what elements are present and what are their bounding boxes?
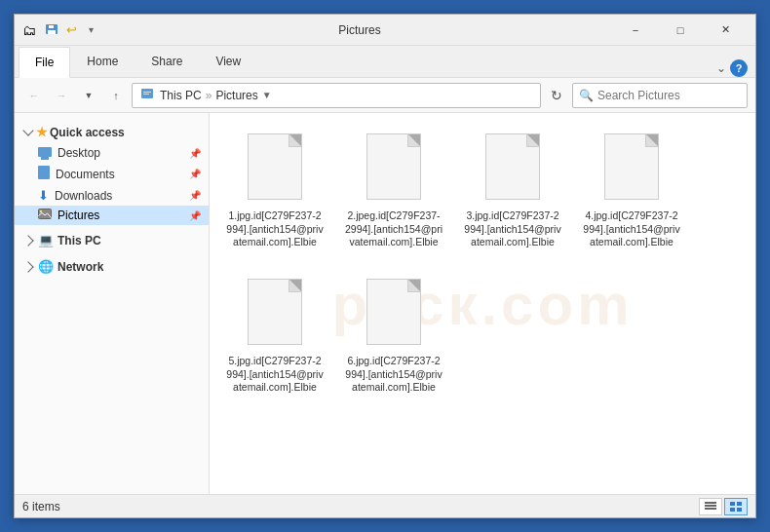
tab-file[interactable]: File xyxy=(19,47,70,78)
maximize-button[interactable]: □ xyxy=(658,15,703,46)
title-bar-icons: 🗂 ↩ ▾ xyxy=(22,22,98,38)
help-icon[interactable]: ? xyxy=(730,59,748,77)
forward-button[interactable]: → xyxy=(50,84,73,107)
up-button[interactable]: ↑ xyxy=(104,84,128,107)
file-corner xyxy=(408,280,420,291)
file-item[interactable]: 4.jpg.id[C279F237-2994].[antich154@priva… xyxy=(578,125,685,258)
this-pc-icon: 💻 xyxy=(38,233,54,247)
back-button[interactable]: ← xyxy=(22,84,46,107)
content-area: риск.com 1.jpg.id[C279F237-2994].[antich… xyxy=(210,113,755,494)
sidebar-item-label-documents: Documents xyxy=(56,168,115,181)
this-pc-label: This PC xyxy=(58,234,101,247)
ribbon-tabs: File Home Share View ⌄ ? xyxy=(15,46,755,77)
svg-rect-2 xyxy=(49,25,54,28)
search-icon: 🔍 xyxy=(579,89,594,102)
sidebar-item-label-pictures: Pictures xyxy=(58,209,99,222)
svg-rect-9 xyxy=(705,505,716,507)
sidebar: ★ Quick access Desktop 📌 Documents 📌 ⬇ D… xyxy=(15,113,210,494)
svg-rect-12 xyxy=(737,502,742,506)
sidebar-item-downloads[interactable]: ⬇ Downloads 📌 xyxy=(15,185,209,206)
pin-icon-downloads: 📌 xyxy=(189,190,201,201)
file-corner xyxy=(289,134,301,146)
tab-home[interactable]: Home xyxy=(70,46,135,77)
sidebar-header-thispc[interactable]: 💻 This PC xyxy=(15,229,209,251)
path-dropdown-icon[interactable]: ▼ xyxy=(260,90,274,100)
file-corner xyxy=(408,134,420,146)
refresh-button[interactable]: ↻ xyxy=(545,84,568,107)
sidebar-item-documents[interactable]: Documents 📌 xyxy=(15,163,209,185)
file-page xyxy=(366,279,421,345)
svg-rect-4 xyxy=(143,92,151,93)
pin-icon: 📌 xyxy=(189,148,201,159)
file-name: 5.jpg.id[C279F237-2994].[antich154@priva… xyxy=(226,355,324,395)
file-icon xyxy=(363,133,425,206)
star-icon: ★ xyxy=(36,125,48,139)
file-corner xyxy=(646,134,658,146)
properties-icon[interactable]: ▾ xyxy=(83,24,98,36)
title-bar: 🗂 ↩ ▾ Pictures − □ ✕ xyxy=(15,15,755,46)
file-item[interactable]: 6.jpg.id[C279F237-2994].[antich154@priva… xyxy=(340,270,447,403)
chevron-right-icon xyxy=(22,235,33,246)
search-box[interactable]: 🔍 xyxy=(572,83,748,108)
window-title: Pictures xyxy=(106,23,613,37)
network-label: Network xyxy=(58,260,103,274)
file-name: 1.jpg.id[C279F237-2994].[antich154@priva… xyxy=(226,209,324,249)
tab-view[interactable]: View xyxy=(199,46,257,77)
file-name: 4.jpg.id[C279F237-2994].[antich154@priva… xyxy=(583,209,680,249)
view-buttons xyxy=(699,498,748,515)
recent-button[interactable]: ▼ xyxy=(77,84,100,107)
svg-rect-10 xyxy=(705,508,716,510)
search-input[interactable] xyxy=(597,89,741,102)
close-button[interactable]: ✕ xyxy=(703,15,748,46)
pictures-icon xyxy=(38,209,52,222)
address-bar: ← → ▼ ↑ This PC » Pictures ▼ ↻ 🔍 xyxy=(15,78,755,113)
sidebar-item-label-downloads: Downloads xyxy=(55,189,112,203)
grid-view-button[interactable] xyxy=(724,498,748,515)
undo-icon[interactable]: ↩ xyxy=(63,24,79,36)
address-icon xyxy=(140,87,154,103)
pin-icon-pictures: 📌 xyxy=(189,210,201,221)
file-item[interactable]: 2.jpeg.id[C279F237-2994].[antich154@priv… xyxy=(340,125,447,258)
file-icon xyxy=(244,279,306,351)
network-icon: 🌐 xyxy=(38,259,54,274)
path-this-pc[interactable]: This PC xyxy=(160,89,202,102)
ribbon-collapse-icon[interactable]: ⌄ xyxy=(716,61,726,75)
list-view-button[interactable] xyxy=(699,498,722,515)
file-icon xyxy=(600,133,663,206)
sidebar-item-pictures[interactable]: Pictures 📌 xyxy=(15,206,209,225)
svg-point-7 xyxy=(40,210,42,212)
file-name: 6.jpg.id[C279F237-2994].[antich154@priva… xyxy=(345,355,443,395)
file-page xyxy=(604,133,659,200)
file-name: 2.jpeg.id[C279F237-2994].[antich154@priv… xyxy=(345,209,443,249)
status-bar: 6 items xyxy=(15,494,755,517)
window-controls: − □ ✕ xyxy=(613,15,748,46)
sidebar-item-desktop[interactable]: Desktop 📌 xyxy=(15,143,209,163)
file-item[interactable]: 3.jpg.id[C279F237-2994].[antich154@priva… xyxy=(459,125,566,258)
breadcrumb: This PC » Pictures ▼ xyxy=(140,87,274,103)
svg-rect-14 xyxy=(737,508,742,512)
sidebar-header-network[interactable]: 🌐 Network xyxy=(15,255,209,278)
file-item[interactable]: 5.jpg.id[C279F237-2994].[antich154@priva… xyxy=(221,270,328,403)
files-grid: 1.jpg.id[C279F237-2994].[antich154@priva… xyxy=(221,125,744,403)
file-name: 3.jpg.id[C279F237-2994].[antich154@priva… xyxy=(464,209,561,249)
desktop-icon xyxy=(38,146,52,160)
address-path[interactable]: This PC » Pictures ▼ xyxy=(132,83,541,108)
title-bar-app-icon: 🗂 xyxy=(22,22,36,38)
file-page xyxy=(248,279,302,345)
ribbon: File Home Share View ⌄ ? xyxy=(15,46,755,78)
documents-icon xyxy=(38,166,50,182)
file-icon xyxy=(244,133,306,206)
sidebar-header-quickaccess[interactable]: ★ Quick access xyxy=(15,121,209,143)
minimize-button[interactable]: − xyxy=(613,15,658,46)
download-icon: ⬇ xyxy=(38,188,49,203)
tab-share[interactable]: Share xyxy=(135,46,199,77)
file-item[interactable]: 1.jpg.id[C279F237-2994].[antich154@priva… xyxy=(221,125,328,258)
sidebar-section-thispc: 💻 This PC xyxy=(15,229,209,251)
svg-rect-1 xyxy=(48,30,56,34)
svg-rect-11 xyxy=(730,502,735,506)
chevron-down-icon xyxy=(22,125,33,135)
save-icon[interactable] xyxy=(44,24,59,36)
path-pictures[interactable]: Pictures xyxy=(215,89,257,102)
sidebar-section-quickaccess: ★ Quick access Desktop 📌 Documents 📌 ⬇ D… xyxy=(15,121,209,225)
svg-rect-13 xyxy=(730,508,735,512)
